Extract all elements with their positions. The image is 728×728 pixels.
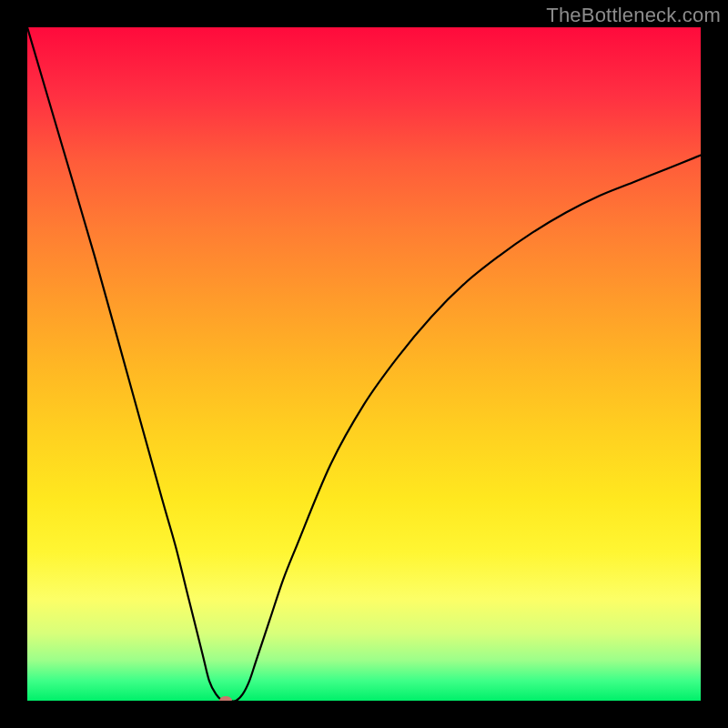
watermark-text: TheBottleneck.com (546, 4, 721, 27)
plot-area (27, 27, 701, 701)
chart-stage: TheBottleneck.com (0, 0, 728, 728)
bottleneck-curve (27, 27, 701, 701)
min-marker-dot (219, 696, 232, 701)
curve-layer (27, 27, 701, 701)
